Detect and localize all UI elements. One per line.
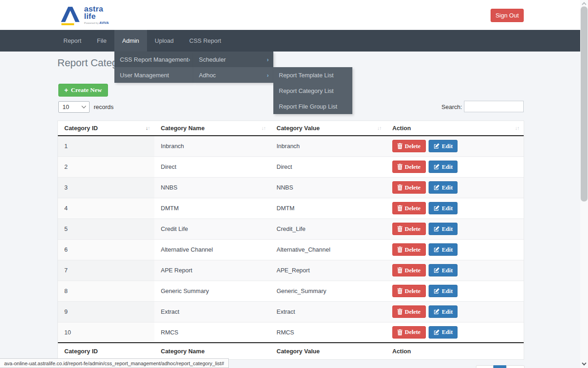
cell-category-value: Alternative_Channel: [270, 239, 386, 260]
sort-icon[interactable]: ↓↑: [377, 125, 381, 131]
table-row: 3 NNBS NNBS Delete Edit: [58, 177, 524, 198]
cell-category-name: Extract: [154, 301, 270, 322]
pagination: [476, 365, 525, 368]
scroll-down-arrow-icon[interactable]: [582, 361, 587, 366]
create-new-button[interactable]: + Create New: [58, 84, 108, 97]
nav-item[interactable]: CSS Report: [181, 30, 229, 52]
edit-label: Edit: [442, 328, 453, 336]
edit-label: Edit: [442, 205, 453, 212]
edit-button[interactable]: Edit: [429, 223, 458, 235]
cell-category-value: Inbranch: [270, 136, 386, 156]
column-header[interactable]: ↓↑ Category ID: [58, 121, 154, 136]
nav-item[interactable]: Upload: [147, 30, 181, 52]
records-per-page-select[interactable]: 10: [58, 101, 90, 113]
menu-item[interactable]: Report Category List ›: [273, 83, 352, 98]
delete-button[interactable]: Delete: [392, 202, 426, 214]
cell-action: Delete Edit: [386, 177, 524, 198]
column-header[interactable]: ↓↑ Action: [386, 121, 524, 136]
menu-item[interactable]: Scheduler ›: [193, 52, 273, 67]
column-footer-label: Category Value: [277, 348, 320, 355]
edit-pencil-icon: [434, 309, 440, 315]
delete-label: Delete: [405, 246, 421, 253]
pagination-next-button[interactable]: [506, 365, 525, 368]
trash-icon: [397, 184, 402, 190]
nav-item[interactable]: Admin: [114, 30, 147, 52]
sort-icon[interactable]: ↓↑: [515, 125, 519, 131]
aviva-brand-text: AVIVA: [99, 21, 108, 24]
nav-item-label: File: [97, 37, 107, 44]
menu-item[interactable]: Adhoc ›: [193, 67, 273, 83]
logo-text: astra life Powered by AVIVA: [84, 5, 109, 24]
delete-button[interactable]: Delete: [392, 223, 426, 235]
edit-button[interactable]: Edit: [429, 264, 458, 276]
sort-icon[interactable]: ↓↑: [146, 125, 150, 131]
logo-powered-by: Powered by AVIVA: [84, 21, 109, 24]
edit-pencil-icon: [434, 226, 440, 232]
records-selected-value: 10: [62, 104, 69, 110]
delete-button[interactable]: Delete: [392, 181, 426, 194]
chevron-down-icon: [82, 104, 86, 109]
column-header-label: Category Value: [277, 125, 320, 132]
edit-button[interactable]: Edit: [429, 181, 458, 194]
cell-category-id: 3: [58, 177, 154, 198]
cell-category-value: RMCS: [270, 322, 386, 343]
edit-button[interactable]: Edit: [429, 161, 458, 173]
vertical-scrollbar[interactable]: [580, 0, 588, 368]
edit-button[interactable]: Edit: [429, 202, 458, 214]
submenu-arrow-icon: ›: [267, 72, 269, 79]
sort-icon[interactable]: ↓↑: [261, 125, 266, 131]
menu-item[interactable]: Report File Group List ›: [273, 98, 352, 114]
cell-category-name: NNBS: [154, 177, 270, 198]
scrollbar-thumb[interactable]: [581, 6, 588, 201]
sign-out-button[interactable]: Sign Out: [491, 9, 524, 22]
menu-item[interactable]: CSS Report Management ›: [114, 52, 193, 67]
delete-button[interactable]: Delete: [392, 264, 426, 276]
delete-button[interactable]: Delete: [392, 326, 426, 339]
table-row: 7 APE Report APE_Report Delete Edit: [58, 260, 524, 281]
edit-button[interactable]: Edit: [429, 305, 458, 318]
pagination-page-1-button[interactable]: [493, 365, 506, 368]
cell-category-id: 6: [58, 239, 154, 260]
column-header[interactable]: ↓↑ Category Value: [270, 121, 386, 136]
delete-button[interactable]: Delete: [392, 285, 426, 297]
column-footer: Category Name: [154, 343, 270, 359]
edit-button[interactable]: Edit: [429, 243, 458, 256]
scroll-up-arrow-icon[interactable]: [582, 2, 587, 7]
cell-category-name: Alternative Channel: [154, 239, 270, 260]
cell-category-value: Extract: [270, 301, 386, 322]
table-row: 5 Credit Life Credit_Life Delete Edit: [58, 218, 524, 239]
delete-button[interactable]: Delete: [392, 140, 426, 152]
cell-category-id: 1: [58, 136, 154, 156]
edit-pencil-icon: [434, 267, 440, 273]
menu-item[interactable]: User Management ›: [114, 67, 193, 83]
column-header[interactable]: ↓↑ Category Name: [154, 121, 270, 136]
delete-button[interactable]: Delete: [392, 305, 426, 318]
menu-item-label: Report Template List: [279, 72, 334, 79]
edit-button[interactable]: Edit: [429, 140, 458, 152]
table-row: 9 Extract Extract Delete Edit: [58, 301, 524, 322]
edit-button[interactable]: Edit: [429, 326, 458, 339]
cell-action: Delete Edit: [386, 198, 524, 218]
edit-button[interactable]: Edit: [429, 285, 458, 297]
trash-icon: [397, 267, 402, 273]
menu-item[interactable]: Report Template List ›: [273, 67, 352, 83]
edit-pencil-icon: [434, 205, 440, 211]
edit-label: Edit: [442, 308, 453, 316]
delete-label: Delete: [405, 205, 421, 212]
edit-pencil-icon: [434, 247, 440, 253]
records-label: records: [94, 104, 113, 110]
delete-label: Delete: [405, 328, 421, 336]
table-footer-row: Category IDCategory NameCategory ValueAc…: [58, 343, 524, 359]
delete-label: Delete: [405, 143, 421, 150]
pagination-previous-button[interactable]: [476, 365, 493, 368]
nav-item[interactable]: File: [89, 30, 114, 52]
cell-category-name: Inbranch: [154, 136, 270, 156]
delete-button[interactable]: Delete: [392, 243, 426, 256]
plus-icon: +: [64, 86, 68, 94]
nav-item[interactable]: Report: [56, 30, 89, 52]
trash-icon: [397, 226, 402, 232]
search-input[interactable]: [464, 101, 524, 112]
cell-category-value: Direct: [270, 156, 386, 177]
edit-pencil-icon: [434, 288, 440, 294]
delete-button[interactable]: Delete: [392, 161, 426, 173]
